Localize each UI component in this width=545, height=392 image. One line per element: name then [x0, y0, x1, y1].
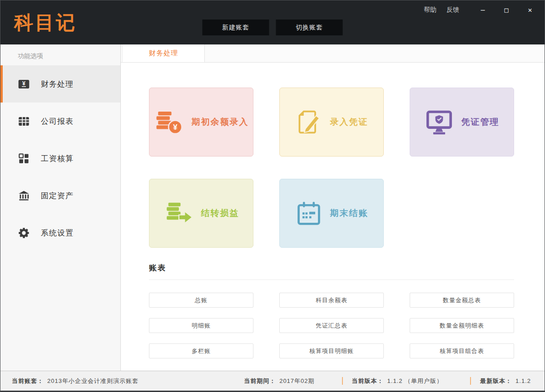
sidebar-item-label: 固定资产 — [41, 191, 74, 201]
sidebar-item-finance[interactable]: ¥ 财务处理 — [0, 65, 120, 103]
report-buttons: 总账 科目余额表 数量金额总表 明细账 凭证汇总表 数量金额明细表 多栏账 核算… — [149, 293, 514, 358]
status-version-value: 1.1.2 （单用户版） — [387, 377, 443, 385]
status-bar: 当前账套： 2013年小企业会计准则演示账套 当前期间： 2017年02期 当前… — [0, 371, 545, 391]
card-carry-forward[interactable]: 结转损益 — [149, 179, 253, 248]
status-latest-value: 1.1.2 — [515, 377, 531, 384]
doc-pencil-icon — [295, 109, 322, 135]
monitor-shield-icon — [425, 109, 454, 135]
status-current-period: 当前期间： 2017年02期 — [244, 377, 314, 385]
gear-icon — [18, 227, 30, 239]
card-label: 期初余额录入 — [192, 116, 249, 128]
sidebar-item-label: 系统设置 — [41, 228, 74, 238]
status-version-label: 当前版本： — [352, 377, 384, 385]
yen-card-icon: ¥ — [18, 78, 30, 90]
report-button-item-combination[interactable]: 核算项目组合表 — [410, 343, 514, 358]
card-voucher-management[interactable]: 凭证管理 — [410, 88, 514, 157]
feedback-link[interactable]: 反馈 — [446, 6, 459, 14]
status-period-label: 当前期间： — [244, 377, 276, 385]
new-account-set-button[interactable]: 新建账套 — [203, 20, 269, 35]
sidebar-item-payroll[interactable]: 工资核算 — [0, 140, 120, 177]
reports-title: 账表 — [149, 263, 514, 273]
coins-arrow-icon — [164, 201, 193, 226]
card-label: 期末结账 — [330, 207, 368, 219]
sidebar: 功能选项 ¥ 财务处理 公司报表 — [0, 44, 121, 371]
report-button-item-detail-ledger[interactable]: 核算项目明细账 — [279, 343, 384, 358]
svg-text:¥: ¥ — [22, 80, 25, 87]
report-button-voucher-summary[interactable]: 凭证汇总表 — [279, 318, 384, 333]
reports-divider — [149, 279, 514, 280]
minimize-button[interactable]: — — [478, 6, 487, 14]
card-label: 结转损益 — [201, 207, 239, 219]
svg-text:¥: ¥ — [173, 122, 177, 132]
card-period-end-closing[interactable]: 期末结账 — [279, 179, 384, 248]
account-set-actions: 新建账套 切换账套 — [203, 20, 343, 35]
app-logo: 科目记 — [14, 10, 77, 35]
tab-finance[interactable]: 财务处理 — [122, 44, 205, 62]
report-button-general-ledger[interactable]: 总账 — [149, 293, 253, 308]
status-separator — [342, 377, 343, 385]
close-button[interactable]: ✕ — [525, 6, 535, 14]
report-button-detail-ledger[interactable]: 明细账 — [149, 318, 253, 333]
status-latest-label: 最新版本： — [480, 377, 512, 385]
function-cards: ¥ 期初余额录入 录入凭证 — [149, 88, 514, 248]
status-account-label: 当前账套： — [12, 377, 44, 385]
sidebar-title: 功能选项 — [0, 44, 120, 65]
app-window: 科目记 新建账套 切换账套 帮助 反馈 — □ ✕ 功能选项 ¥ 财务处理 — [0, 0, 545, 392]
maximize-button[interactable]: □ — [502, 6, 511, 14]
status-separator — [470, 377, 471, 385]
sidebar-item-label: 财务处理 — [41, 79, 74, 89]
content: ¥ 期初余额录入 录入凭证 — [121, 63, 545, 371]
tab-bar: 财务处理 — [121, 44, 545, 63]
card-opening-balance[interactable]: ¥ 期初余额录入 — [149, 88, 253, 157]
main-area: 财务处理 ¥ 期初余额录入 — [121, 44, 545, 371]
sidebar-item-fixed-assets[interactable]: 固定资产 — [0, 177, 120, 214]
card-label: 凭证管理 — [461, 116, 500, 128]
title-bar: 科目记 新建账套 切换账套 帮助 反馈 — □ ✕ — [0, 0, 545, 44]
table-icon — [18, 115, 30, 127]
calendar-icon — [295, 200, 322, 226]
sidebar-item-label: 公司报表 — [41, 116, 74, 127]
status-current-version: 当前版本： 1.1.2 （单用户版） — [352, 377, 443, 385]
report-button-qty-amount-summary[interactable]: 数量金额总表 — [410, 293, 514, 308]
status-account-value: 2013年小企业会计准则演示账套 — [47, 377, 139, 385]
switch-account-set-button[interactable]: 切换账套 — [276, 20, 343, 35]
sidebar-item-settings[interactable]: 系统设置 — [0, 214, 120, 251]
report-button-multi-column-ledger[interactable]: 多栏账 — [149, 343, 253, 358]
bank-icon — [18, 190, 30, 202]
coins-yen-icon: ¥ — [154, 109, 184, 135]
help-link[interactable]: 帮助 — [424, 6, 436, 14]
status-latest-version: 最新版本： 1.1.2 — [480, 377, 531, 385]
sidebar-item-reports[interactable]: 公司报表 — [0, 103, 120, 140]
status-period-value: 2017年02期 — [279, 377, 314, 385]
reports-section: 账表 总账 科目余额表 数量金额总表 明细账 凭证汇总表 数量金额明细表 多栏账… — [149, 263, 514, 358]
window-actions: 帮助 反馈 — □ ✕ — [424, 6, 535, 14]
status-current-account-set: 当前账套： 2013年小企业会计准则演示账套 — [12, 377, 139, 385]
grid-icon — [18, 152, 30, 165]
report-button-account-balance[interactable]: 科目余额表 — [279, 293, 384, 308]
sidebar-item-label: 工资核算 — [41, 153, 74, 164]
report-button-qty-amount-detail[interactable]: 数量金额明细表 — [410, 318, 514, 333]
card-enter-voucher[interactable]: 录入凭证 — [279, 88, 384, 157]
card-label: 录入凭证 — [330, 116, 368, 128]
